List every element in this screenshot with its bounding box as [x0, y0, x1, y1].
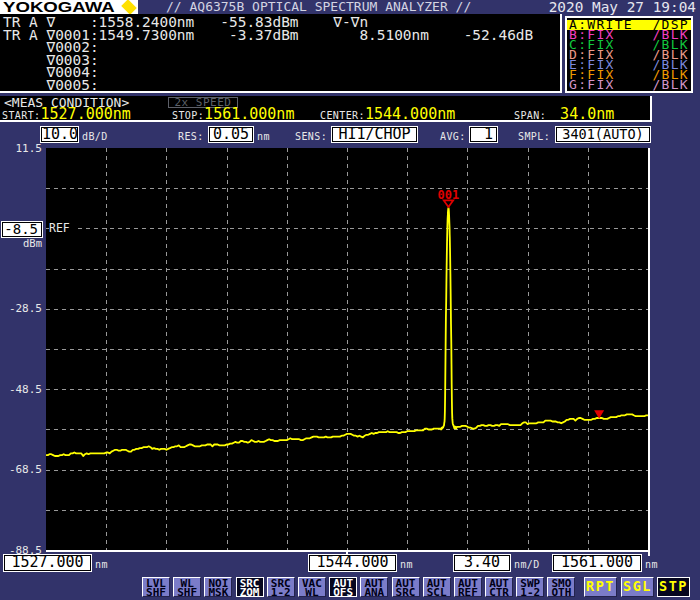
softkey-label-line2: REF: [455, 588, 481, 598]
softkey-label-line2: OFS: [330, 588, 356, 598]
softkey-smo-oth[interactable]: SMOOTH: [547, 577, 575, 597]
ref-line-label: REF: [49, 223, 74, 235]
meas-field-label: START:: [2, 110, 41, 121]
softkey-label-line2: ANA: [361, 588, 387, 598]
y-axis-label: -28.5: [0, 303, 42, 314]
softkey-label-line2: 1-2: [268, 588, 294, 598]
osa-screen: YOKOGAWA // AQ6375B OPTICAL SPECTRUM ANA…: [0, 0, 700, 600]
meas-condition-panel: <MEAS CONDITION> 2x SPEED START:1527.000…: [0, 96, 652, 122]
softkey-label-line2: ZOM: [237, 588, 263, 598]
softkey-aut-scl[interactable]: AUTSCL: [423, 577, 451, 597]
brand-name: YOKOGAWA: [3, 0, 115, 14]
meas-field: START:1527.000nm: [2, 109, 131, 121]
stop-wavelength-unit: nm: [645, 559, 658, 570]
marker-row: ∇0005:: [3, 79, 560, 92]
sampling-value[interactable]: 3401(AUTO): [556, 127, 650, 142]
softkey-label-line2: MSK: [205, 588, 231, 598]
marker-id-label: 001: [438, 188, 460, 202]
softkey-aut-ofs[interactable]: AUTOFS: [329, 577, 357, 597]
softkey-lvl-shf[interactable]: LVLSHF: [142, 577, 170, 597]
meas-field: SPAN:34.0nm: [514, 109, 614, 121]
softkey-wl-shf[interactable]: WLSHF: [173, 577, 201, 597]
center-wavelength-value[interactable]: 1544.000: [309, 555, 396, 571]
scale-per-division-value[interactable]: 3.40: [454, 555, 510, 571]
grid-lines: [46, 148, 648, 550]
trace-status-panel: A:WRITE/DSPB:FIX/BLKC:FIX/BLKD:FIX/BLKE:…: [565, 16, 693, 93]
softkey-label-line2: SCL: [424, 588, 450, 598]
acquisition-settings-row: 10.0 dB/D RES: 0.05 nm SENS: HI1/CHOP AV…: [0, 122, 700, 148]
meas-field: STOP:1561.000nm: [172, 109, 294, 121]
softkey-noi-msk[interactable]: NOIMSK: [204, 577, 232, 597]
start-wavelength-value[interactable]: 1527.000: [4, 555, 91, 571]
softkey-label-line2: 1-2: [517, 588, 543, 598]
softkey-label-line2: OTH: [548, 588, 574, 598]
softkey-src-zom[interactable]: SRCZOM: [236, 577, 264, 597]
resolution-label: RES:: [178, 131, 204, 142]
brand-diamond-icon: [121, 0, 137, 15]
softkey-vac-wl[interactable]: VACWL: [298, 577, 326, 597]
ref-level-value[interactable]: -8.5: [2, 222, 42, 237]
brand-logo: YOKOGAWA: [0, 0, 138, 14]
title-bar: YOKOGAWA // AQ6375B OPTICAL SPECTRUM ANA…: [0, 0, 700, 14]
ref-level-unit: dBm: [2, 237, 42, 249]
softkey-src-1-2[interactable]: SRC1-2: [267, 577, 295, 597]
run-button-sgl[interactable]: SGL: [621, 577, 654, 597]
softkey-label-line2: SRC: [393, 588, 419, 598]
sensitivity-label: SENS:: [295, 131, 327, 142]
resolution-value[interactable]: 0.05: [209, 127, 253, 142]
y-axis-label: 11.5: [0, 143, 42, 154]
softkey-label-line2: SHF: [143, 588, 169, 598]
softkey-label-line2: CTR: [486, 588, 512, 598]
resolution-unit: nm: [257, 131, 270, 142]
softkey-label-line2: SHF: [174, 588, 200, 598]
meas-field: CENTER:1544.000nm: [320, 109, 455, 121]
average-label: AVG:: [440, 131, 466, 142]
softkey-aut-ana[interactable]: AUTANA: [360, 577, 388, 597]
trace-status-row[interactable]: G:FIX/BLK: [567, 80, 691, 90]
softkey-aut-ref[interactable]: AUTREF: [454, 577, 482, 597]
marker-readout-panel: TR A ∇ :1558.2400nm -55.83dBm ∇-∇nTR A ∇…: [0, 14, 562, 93]
scale-per-division-unit: nm/D: [514, 559, 540, 570]
x-axis-scale-row: 1527.000 nm 1544.000 nm 3.40 nm/D 1561.0…: [0, 555, 700, 575]
trace-display-mode: /BLK: [652, 80, 689, 90]
marker-001[interactable]: 001: [438, 188, 460, 207]
run-button-rpt[interactable]: RPT: [584, 577, 617, 597]
softkey-aut-ctr[interactable]: AUTCTR: [485, 577, 513, 597]
page-title: // AQ6375B OPTICAL SPECTRUM ANALYZER //: [166, 0, 471, 14]
start-wavelength-unit: nm: [95, 559, 108, 570]
spectrum-plot[interactable]: REF 001: [46, 148, 650, 552]
meas-field-value[interactable]: 34.0nm: [560, 109, 614, 120]
run-button-stp[interactable]: STP: [657, 577, 690, 597]
softkey-toolbar: LVLSHFWLSHFNOIMSKSRCZOMSRC1-2VACWLAUTOFS…: [142, 577, 575, 597]
meas-field-value[interactable]: 1544.000nm: [365, 109, 455, 120]
level-scale-unit: dB/D: [82, 131, 108, 142]
stop-wavelength-value[interactable]: 1561.000: [553, 555, 641, 571]
datetime: 2020 May 27 19:04: [549, 0, 696, 14]
trace-name: G:FIX: [569, 80, 615, 90]
softkey-swp-1-2[interactable]: SWP1-2: [516, 577, 544, 597]
y-axis-label: -48.5: [0, 384, 42, 395]
level-scale-value[interactable]: 10.0: [41, 127, 78, 142]
meas-field-value[interactable]: 1527.000nm: [41, 109, 131, 120]
meas-field-value[interactable]: 1561.000nm: [204, 109, 294, 120]
meas-field-label: STOP:: [172, 110, 204, 121]
center-wavelength-unit: nm: [400, 559, 413, 570]
sensitivity-value[interactable]: HI1/CHOP: [332, 127, 417, 142]
average-value[interactable]: 1: [470, 127, 497, 142]
spectrum-chart: 001: [46, 148, 648, 550]
sampling-label: SMPL:: [518, 131, 550, 142]
meas-field-label: SPAN:: [514, 110, 546, 121]
meas-field-label: CENTER:: [320, 110, 365, 121]
softkey-aut-src[interactable]: AUTSRC: [392, 577, 420, 597]
y-axis-label: -68.5: [0, 464, 42, 475]
